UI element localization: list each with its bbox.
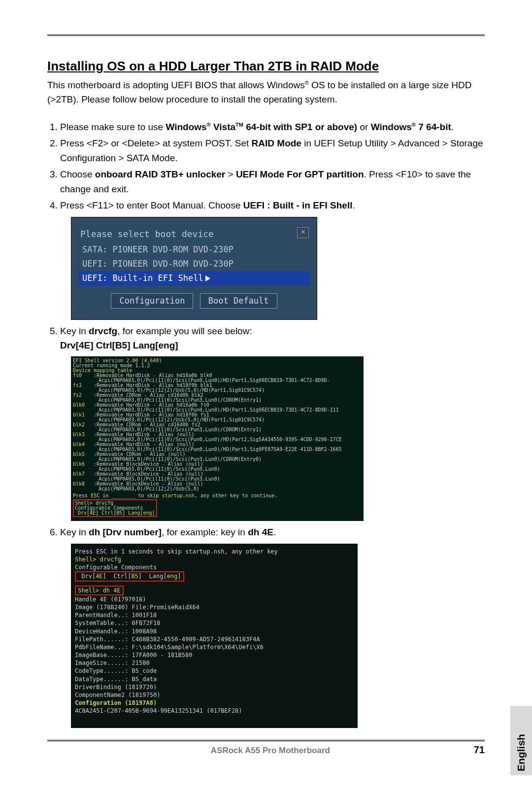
t: UEFI: Built-in EFI Shell (82, 273, 203, 283)
cursor-icon (205, 276, 210, 281)
t: onboard RAID 3TB+ unlocker (95, 169, 225, 179)
figure-shell-dh: Press ESC in 1 seconds to skip startup.n… (71, 544, 358, 728)
t: dh [Drv number] (89, 527, 162, 537)
boot-menu-title: Please select boot device (80, 229, 214, 239)
t: . (273, 527, 276, 537)
highlight-box: Shell> dh 4E (75, 586, 124, 595)
step-1: Please make sure to use Windows® VistaTM… (60, 120, 485, 134)
step-2: Press <F2> or <Delete> at system POST. S… (60, 136, 485, 165)
boot-item-uefi-dvd[interactable]: UEFI: PIONEER DVD-ROM DVD-230P (78, 257, 310, 271)
registered-mark: ® (207, 122, 211, 128)
page-number: 71 (474, 744, 485, 756)
l: 4C8A2451-C207-405B-9694-99EA13251341 (01… (75, 707, 354, 715)
t: UEFI : Built - in EFI Shell (243, 200, 353, 210)
registered-mark: ® (412, 122, 416, 128)
t: Please make sure to use (60, 122, 166, 132)
t: dh 4E (248, 527, 273, 537)
step-6: Key in dh [Drv number], for example: key… (60, 525, 485, 728)
t: > (225, 169, 236, 179)
l: ParentHandle..: 1001F18 (75, 611, 354, 619)
boot-menu-header: Please select boot device ✕ (78, 225, 310, 243)
t: or (357, 122, 370, 132)
step-5: Key in drvcfg, for example you will see … (60, 324, 485, 521)
t: , for example: key in (162, 527, 248, 537)
close-icon[interactable]: ✕ (297, 227, 309, 238)
l: Configuration (18197A8) (75, 699, 354, 707)
language-label: English (515, 734, 527, 771)
t: Choose (60, 169, 95, 179)
l: PdbFileName...: F:\sdk104\Sample\Platfor… (75, 643, 354, 651)
highlight-box: Drv[4E] Ctrl[B5] Lang[eng] (75, 571, 184, 581)
l: Press ESC in 1 seconds to skip startup.n… (75, 548, 354, 555)
l: SystemTable...: 6FB72F18 (75, 619, 354, 627)
figure-shell-drvcfg: EFI Shell version 2.00 (4.640)Current ru… (71, 356, 364, 521)
t: Windows (166, 122, 206, 132)
t: Key in (60, 527, 89, 537)
intro-paragraph: This motherboard is adopting UEFI BIOS t… (47, 78, 485, 107)
step-3: Choose onboard RAID 3TB+ unlocker > UEFI… (60, 167, 485, 196)
intro-text-a: This motherboard is adopting UEFI BIOS t… (47, 80, 305, 90)
t: , for example you will see below: (117, 326, 252, 336)
configuration-button[interactable]: Configuration (111, 293, 193, 309)
page-title: Installing OS on a HDD Larger Than 2TB i… (47, 59, 485, 74)
t: 64-bit with SP1 or above) (243, 122, 357, 132)
t: . (352, 200, 355, 210)
boot-item-efi-shell[interactable]: UEFI: Built-in EFI Shell (78, 271, 310, 285)
l: ComponentName2 (1819750) (75, 691, 354, 699)
t: Press <F11> to enter Boot Manual. Choose (60, 200, 243, 210)
top-rule (47, 35, 485, 36)
l: Configurable Components (75, 563, 354, 571)
bottom-rule (47, 740, 485, 741)
tm-mark: TM (235, 122, 243, 128)
steps-list: Please make sure to use Windows® VistaTM… (47, 120, 485, 728)
boot-item-sata[interactable]: SATA: PIONEER DVD-ROM DVD-230P (78, 243, 310, 257)
t: UEFI Mode For GPT partition (236, 169, 364, 179)
l: DataType......: BS_data (75, 675, 354, 683)
t: . (451, 122, 454, 132)
l: ImageBase.....: 17FA000 - 181B580 (75, 651, 354, 659)
t: Press <F2> or <Delete> at system POST. S… (60, 138, 252, 148)
t: RAID Mode (252, 138, 301, 148)
t: Windows (371, 122, 412, 132)
l: DeviceHandle..: 1008A98 (75, 627, 354, 635)
footer-product: ASRock A55 Pro Motherboard (67, 746, 474, 756)
l: Handle 4E (01797018) (75, 595, 354, 603)
step-4: Press <F11> to enter Boot Manual. Choose… (60, 198, 485, 319)
l: DriverBinding (1819720) (75, 683, 354, 691)
t: Key in (60, 326, 89, 336)
t: 7 64-bit (416, 122, 451, 132)
boot-default-button[interactable]: Boot Default (200, 293, 277, 309)
figure-boot-menu: Please select boot device ✕ SATA: PIONEE… (71, 217, 317, 320)
l: Image (178B240) File:PromiseRaidX64 (75, 603, 354, 611)
t: Vista (211, 122, 235, 132)
l: CodeType......: BS_code (75, 667, 354, 675)
shell-cmd: Shell> drvcfg (75, 556, 121, 563)
l: FilePath......: C468B382-4550-4909-AD57-… (75, 635, 354, 643)
drvcfg-output: Drv[4E] Ctrl[B5] Lang[eng] (60, 340, 178, 350)
language-tab: English (510, 706, 532, 775)
t: drvcfg (89, 326, 117, 336)
footer: ASRock A55 Pro Motherboard 71 (47, 744, 485, 756)
registered-mark: ® (305, 80, 309, 86)
l: ImageSize.....: 21580 (75, 659, 354, 667)
